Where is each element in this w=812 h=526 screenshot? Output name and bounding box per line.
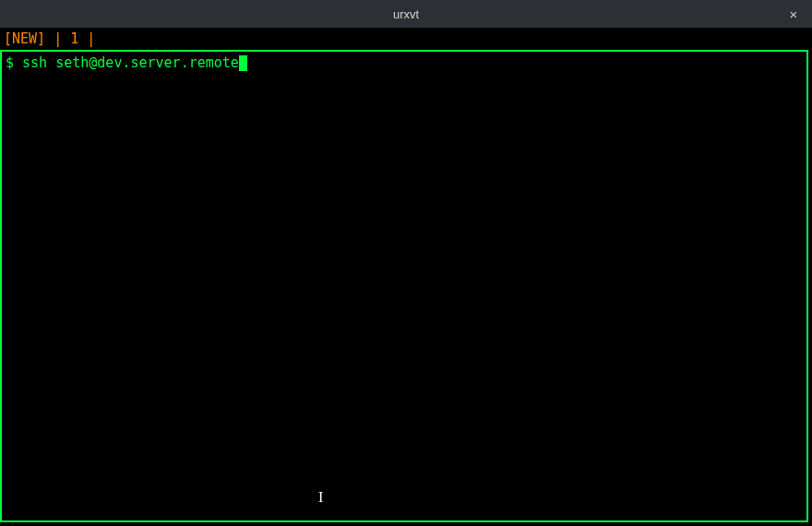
close-icon[interactable]: × [784, 5, 803, 23]
shell-prompt-line[interactable]: $ ssh seth@dev.server.remote [6, 54, 803, 72]
terminal-area[interactable]: [NEW] | 1 | $ ssh seth@dev.server.remote… [0, 28, 812, 526]
cursor-block-icon [239, 55, 247, 71]
command-input[interactable]: ssh seth@dev.server.remote [22, 54, 239, 72]
status-separator: | [45, 30, 70, 47]
tmux-active-pane[interactable]: $ ssh seth@dev.server.remote [0, 50, 808, 522]
prompt-symbol: $ [6, 54, 22, 72]
status-separator-2: | [78, 30, 95, 47]
window-title: urxvt [393, 7, 419, 21]
tmux-status-line: [NEW] | 1 | [0, 28, 812, 48]
status-window-number: 1 [70, 30, 78, 47]
status-new-label: [NEW] [4, 30, 45, 47]
window-titlebar: urxvt × [0, 0, 812, 28]
